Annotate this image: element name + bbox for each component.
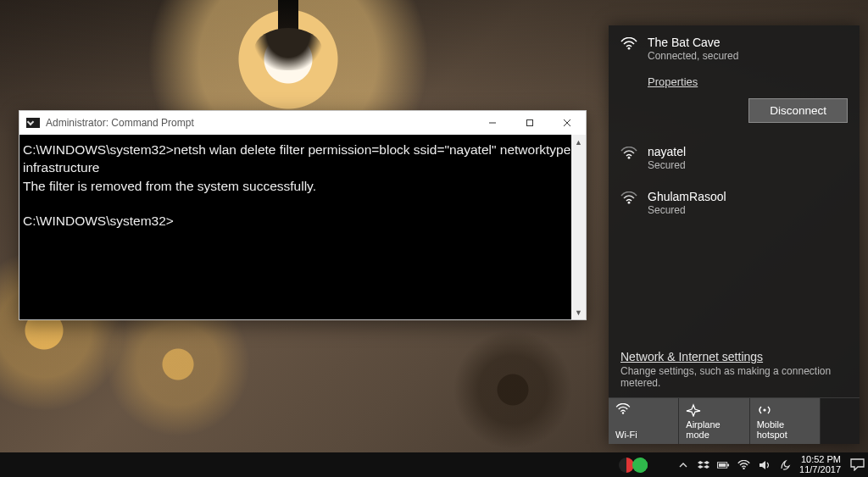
network-properties-link[interactable]: Properties	[648, 75, 698, 88]
dropbox-icon[interactable]	[697, 458, 709, 471]
hotspot-icon	[757, 403, 772, 419]
network-status: Secured	[648, 159, 848, 171]
network-list: The Bat Cave Connected, secured Properti…	[609, 25, 860, 341]
minimize-button[interactable]	[474, 111, 511, 135]
network-name: nayatel	[648, 145, 848, 158]
network-item[interactable]: GhulamRasool Secured	[609, 180, 860, 225]
clock-time: 10:52 PM	[799, 455, 841, 465]
clock-date: 11/7/2017	[799, 465, 841, 475]
taskbar[interactable]: 10:52 PM 11/7/2017	[0, 452, 868, 477]
network-status: Secured	[648, 204, 848, 216]
network-status: Connected, secured	[648, 50, 848, 62]
svg-point-12	[743, 467, 744, 469]
command-prompt-window: Administrator: Command Prompt C:\WINDOWS…	[19, 110, 587, 320]
quick-label: Mobile hotspot	[757, 419, 814, 440]
network-name: The Bat Cave	[648, 36, 848, 49]
quick-airplane-toggle[interactable]: Airplane mode	[679, 398, 749, 444]
svg-point-8	[763, 408, 765, 411]
wifi-tray-icon[interactable]	[737, 458, 750, 471]
cmd-scrollbar[interactable]: ▲ ▼	[571, 135, 586, 319]
wifi-signal-icon	[620, 147, 639, 160]
network-flyout: The Bat Cave Connected, secured Properti…	[609, 25, 860, 444]
scroll-down-arrow-icon[interactable]: ▼	[571, 305, 586, 319]
input-indicator-icon[interactable]	[778, 458, 791, 471]
cmd-prompt: C:\WINDOWS\system32>	[23, 142, 174, 157]
taskbar-app-indicator[interactable]	[620, 458, 648, 473]
svg-point-6	[628, 202, 631, 204]
quick-label: Wi-Fi	[615, 430, 637, 440]
wifi-icon	[615, 403, 631, 417]
wifi-signal-icon	[620, 37, 639, 51]
system-tray	[671, 458, 796, 471]
network-settings-link[interactable]: Network & Internet settings	[620, 350, 763, 363]
cmd-title: Administrator: Command Prompt	[46, 117, 474, 129]
svg-rect-1	[527, 120, 533, 126]
cmd-prompt: C:\WINDOWS\system32>	[23, 214, 174, 228]
maximize-button[interactable]	[511, 111, 548, 135]
network-settings-subtext: Change settings, such as making a connec…	[609, 365, 860, 397]
volume-icon[interactable]	[758, 458, 771, 471]
cmd-result-text: The filter is removed from the system su…	[23, 179, 316, 193]
network-name: GhulamRasool	[648, 190, 848, 203]
quick-actions-row: Wi-Fi Airplane mode Mobile hotspot	[609, 397, 860, 444]
quick-empty-slot	[821, 398, 860, 444]
notification-icon	[850, 458, 865, 471]
svg-point-5	[628, 157, 631, 159]
wifi-signal-icon	[620, 191, 639, 205]
svg-point-7	[622, 412, 624, 413]
cmd-titlebar[interactable]: Administrator: Command Prompt	[19, 111, 586, 135]
disconnect-button[interactable]: Disconnect	[748, 98, 848, 123]
indicator-green-icon	[632, 458, 648, 473]
quick-hotspot-toggle[interactable]: Mobile hotspot	[750, 398, 821, 444]
network-item-connected[interactable]: The Bat Cave Connected, secured Properti…	[609, 25, 860, 93]
quick-wifi-toggle[interactable]: Wi-Fi	[609, 398, 679, 444]
airplane-icon	[686, 403, 701, 419]
svg-rect-10	[727, 463, 729, 466]
taskbar-clock[interactable]: 10:52 PM 11/7/2017	[796, 455, 846, 474]
cmd-app-icon	[26, 118, 40, 128]
action-center-button[interactable]	[846, 452, 868, 477]
quick-label: Airplane mode	[686, 419, 743, 440]
tray-overflow-icon[interactable]	[676, 458, 689, 471]
close-button[interactable]	[548, 111, 586, 135]
cmd-output-area[interactable]: C:\WINDOWS\system32>netsh wlan delete fi…	[19, 135, 586, 319]
svg-rect-11	[719, 463, 726, 467]
network-item[interactable]: nayatel Secured	[609, 135, 860, 180]
scroll-up-arrow-icon[interactable]: ▲	[571, 135, 586, 149]
svg-point-4	[628, 47, 631, 50]
battery-icon[interactable]	[717, 458, 730, 471]
